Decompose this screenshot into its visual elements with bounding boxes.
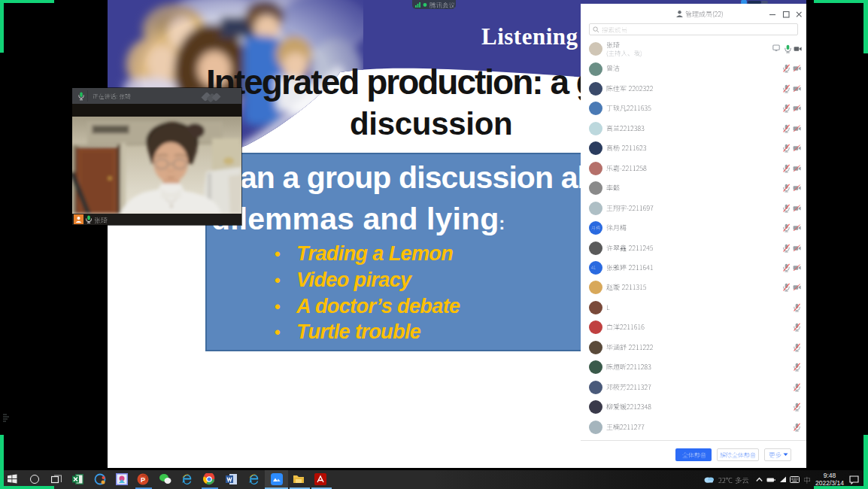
svg-text:P: P: [141, 476, 145, 484]
